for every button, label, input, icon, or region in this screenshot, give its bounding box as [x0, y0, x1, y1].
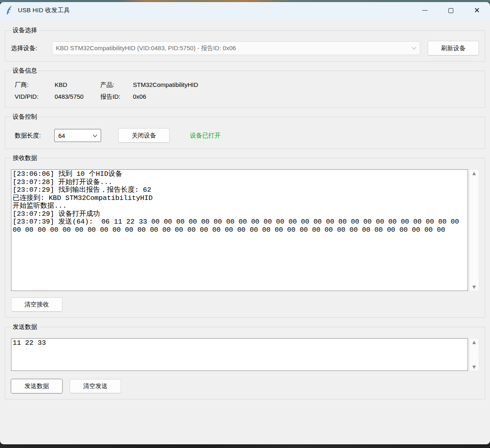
product-value: STM32CompatibilityHID [133, 81, 479, 89]
window-title: USB HID 收发工具 [18, 7, 70, 14]
report-id-label: 报告ID: [100, 93, 133, 101]
app-window: USB HID 收发工具 × 设备选择 选择设备: KBD STM32Compa… [0, 2, 490, 444]
vidpid-label: VID/PID: [15, 93, 55, 101]
send-data-group: 发送数据 11 22 33 ▲ ▼ 发送数据 清空发送 [5, 323, 485, 399]
device-selection-group: 设备选择 选择设备: KBD STM32CompatibilityHID (VI… [5, 27, 485, 62]
device-info-grid: 厂商: KBD 产品: STM32CompatibilityHID VID/PI… [11, 79, 479, 102]
window-controls: × [412, 2, 490, 19]
chevron-down-icon [93, 132, 97, 139]
maximize-button[interactable] [438, 2, 464, 19]
send-data-group-label: 发送数据 [11, 323, 39, 331]
tk-feather-icon [6, 6, 13, 16]
close-button[interactable]: × [464, 2, 490, 19]
device-info-group-label: 设备信息 [11, 67, 39, 75]
scroll-down-icon[interactable]: ▼ [472, 365, 476, 369]
scroll-down-icon[interactable]: ▼ [472, 285, 476, 289]
device-info-group: 设备信息 厂商: KBD 产品: STM32CompatibilityHID V… [5, 67, 485, 108]
receive-log-textarea[interactable]: [23:06:06] 找到 10 个HID设备 [23:07:28] 开始打开设… [11, 169, 468, 291]
receive-data-group-label: 接收数据 [11, 154, 39, 162]
clear-receive-button[interactable]: 清空接收 [11, 297, 62, 312]
vendor-label: 厂商: [15, 81, 55, 89]
send-scrollbar[interactable]: ▲ ▼ [469, 338, 479, 371]
refresh-devices-button[interactable]: 刷新设备 [428, 41, 479, 55]
close-icon: × [474, 6, 479, 15]
client-area: 设备选择 选择设备: KBD STM32CompatibilityHID (VI… [0, 19, 490, 399]
clear-send-button[interactable]: 清空发送 [70, 379, 121, 393]
receive-data-group: 接收数据 [23:06:06] 找到 10 个HID设备 [23:07:28] … [5, 154, 485, 318]
chevron-down-icon [411, 44, 417, 52]
report-id-value: 0x06 [133, 93, 479, 101]
scroll-up-icon[interactable]: ▲ [472, 340, 476, 344]
product-label: 产品: [100, 81, 133, 89]
minimize-button[interactable] [412, 2, 438, 19]
scroll-up-icon[interactable]: ▲ [472, 171, 476, 175]
data-length-combobox[interactable]: 64 [54, 129, 101, 142]
select-device-label: 选择设备: [11, 44, 52, 52]
vidpid-value: 0483/5750 [55, 93, 100, 101]
receive-scrollbar[interactable]: ▲ ▼ [469, 169, 479, 291]
device-status-text: 设备已打开 [190, 132, 221, 140]
minimize-icon [422, 10, 428, 11]
device-control-group-label: 设备控制 [11, 113, 39, 121]
send-data-button[interactable]: 发送数据 [11, 379, 62, 393]
send-data-textarea[interactable]: 11 22 33 [11, 338, 468, 371]
maximize-icon [448, 8, 453, 13]
device-combobox-value: KBD STM32CompatibilityHID (VID:0483, PID… [56, 44, 411, 52]
data-length-label: 数据长度: [15, 132, 54, 140]
vendor-value: KBD [55, 81, 100, 89]
close-device-button[interactable]: 关闭设备 [118, 128, 170, 143]
data-length-value: 64 [58, 132, 93, 139]
device-control-group: 设备控制 数据长度: 64 关闭设备 设备已打开 [5, 113, 485, 149]
device-selection-group-label: 设备选择 [11, 27, 39, 34]
device-combobox[interactable]: KBD STM32CompatibilityHID (VID:0483, PID… [52, 41, 420, 55]
titlebar[interactable]: USB HID 收发工具 × [0, 2, 490, 19]
